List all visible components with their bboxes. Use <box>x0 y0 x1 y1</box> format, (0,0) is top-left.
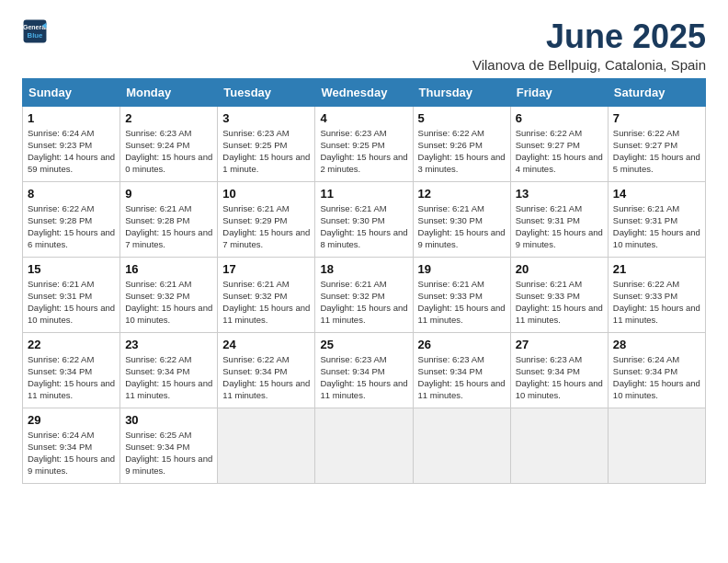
calendar-week-2: 8Sunrise: 6:22 AMSunset: 9:28 PMDaylight… <box>23 181 706 257</box>
day-number: 4 <box>320 111 407 125</box>
day-number: 21 <box>613 262 700 276</box>
day-number: 12 <box>418 187 506 201</box>
logo: General Blue <box>22 18 48 44</box>
day-number: 10 <box>222 187 310 201</box>
calendar-cell: 4Sunrise: 6:23 AMSunset: 9:25 PMDaylight… <box>315 106 413 181</box>
calendar-week-3: 15Sunrise: 6:21 AMSunset: 9:31 PMDayligh… <box>23 257 706 332</box>
day-info: Sunrise: 6:23 AMSunset: 9:24 PMDaylight:… <box>125 127 212 176</box>
day-info: Sunrise: 6:21 AMSunset: 9:28 PMDaylight:… <box>125 202 212 251</box>
day-number: 9 <box>125 187 212 201</box>
day-number: 18 <box>320 262 407 276</box>
calendar-cell <box>608 408 705 483</box>
day-info: Sunrise: 6:22 AMSunset: 9:27 PMDaylight:… <box>613 127 700 176</box>
calendar-cell: 13Sunrise: 6:21 AMSunset: 9:31 PMDayligh… <box>510 181 608 257</box>
day-info: Sunrise: 6:22 AMSunset: 9:34 PMDaylight:… <box>222 353 310 402</box>
page-header: General Blue June 2025 Vilanova de Bellp… <box>22 18 706 73</box>
day-number: 16 <box>125 262 212 276</box>
day-number: 11 <box>320 187 407 201</box>
day-number: 8 <box>28 187 115 201</box>
day-number: 14 <box>613 187 700 201</box>
day-number: 29 <box>28 413 115 427</box>
day-number: 23 <box>125 338 212 351</box>
calendar-cell: 1Sunrise: 6:24 AMSunset: 9:23 PMDaylight… <box>23 106 120 181</box>
calendar-cell: 12Sunrise: 6:21 AMSunset: 9:30 PMDayligh… <box>413 181 510 257</box>
calendar-cell: 17Sunrise: 6:21 AMSunset: 9:32 PMDayligh… <box>218 257 315 332</box>
day-info: Sunrise: 6:22 AMSunset: 9:26 PMDaylight:… <box>418 127 506 176</box>
day-info: Sunrise: 6:22 AMSunset: 9:33 PMDaylight:… <box>613 278 700 327</box>
calendar-cell: 21Sunrise: 6:22 AMSunset: 9:33 PMDayligh… <box>608 257 705 332</box>
calendar-cell: 20Sunrise: 6:21 AMSunset: 9:33 PMDayligh… <box>510 257 608 332</box>
day-number: 25 <box>320 338 407 351</box>
day-number: 3 <box>222 111 310 125</box>
calendar-week-5: 29Sunrise: 6:24 AMSunset: 9:34 PMDayligh… <box>23 408 706 483</box>
day-info: Sunrise: 6:22 AMSunset: 9:34 PMDaylight:… <box>28 353 115 402</box>
calendar-cell <box>218 408 315 483</box>
column-header-monday: Monday <box>120 78 218 106</box>
calendar-cell: 29Sunrise: 6:24 AMSunset: 9:34 PMDayligh… <box>23 408 120 483</box>
calendar-cell: 24Sunrise: 6:22 AMSunset: 9:34 PMDayligh… <box>218 332 315 408</box>
day-number: 27 <box>516 338 603 351</box>
calendar-cell <box>510 408 608 483</box>
day-number: 15 <box>28 262 115 276</box>
calendar-cell: 7Sunrise: 6:22 AMSunset: 9:27 PMDaylight… <box>608 106 705 181</box>
day-info: Sunrise: 6:21 AMSunset: 9:29 PMDaylight:… <box>222 202 310 251</box>
calendar-cell: 28Sunrise: 6:24 AMSunset: 9:34 PMDayligh… <box>608 332 705 408</box>
day-number: 19 <box>418 262 506 276</box>
column-header-tuesday: Tuesday <box>218 78 315 106</box>
calendar-cell: 3Sunrise: 6:23 AMSunset: 9:25 PMDaylight… <box>218 106 315 181</box>
column-header-thursday: Thursday <box>413 78 510 106</box>
day-number: 1 <box>28 111 115 125</box>
day-number: 22 <box>28 338 115 351</box>
day-info: Sunrise: 6:25 AMSunset: 9:34 PMDaylight:… <box>125 429 212 477</box>
calendar-week-4: 22Sunrise: 6:22 AMSunset: 9:34 PMDayligh… <box>23 332 706 408</box>
day-info: Sunrise: 6:23 AMSunset: 9:34 PMDaylight:… <box>320 353 407 402</box>
day-info: Sunrise: 6:23 AMSunset: 9:25 PMDaylight:… <box>320 127 407 176</box>
calendar-cell: 9Sunrise: 6:21 AMSunset: 9:28 PMDaylight… <box>120 181 218 257</box>
calendar-cell: 30Sunrise: 6:25 AMSunset: 9:34 PMDayligh… <box>120 408 218 483</box>
day-info: Sunrise: 6:21 AMSunset: 9:32 PMDaylight:… <box>222 278 310 327</box>
day-info: Sunrise: 6:22 AMSunset: 9:27 PMDaylight:… <box>516 127 603 176</box>
day-info: Sunrise: 6:21 AMSunset: 9:31 PMDaylight:… <box>28 278 115 327</box>
day-info: Sunrise: 6:21 AMSunset: 9:30 PMDaylight:… <box>320 202 407 251</box>
day-info: Sunrise: 6:21 AMSunset: 9:32 PMDaylight:… <box>320 278 407 327</box>
calendar-cell: 10Sunrise: 6:21 AMSunset: 9:29 PMDayligh… <box>218 181 315 257</box>
column-header-saturday: Saturday <box>608 78 705 106</box>
calendar-cell: 5Sunrise: 6:22 AMSunset: 9:26 PMDaylight… <box>413 106 510 181</box>
calendar-cell: 6Sunrise: 6:22 AMSunset: 9:27 PMDaylight… <box>510 106 608 181</box>
calendar-cell: 11Sunrise: 6:21 AMSunset: 9:30 PMDayligh… <box>315 181 413 257</box>
day-info: Sunrise: 6:24 AMSunset: 9:34 PMDaylight:… <box>613 353 700 402</box>
calendar-header-row: SundayMondayTuesdayWednesdayThursdayFrid… <box>23 78 706 106</box>
day-info: Sunrise: 6:24 AMSunset: 9:34 PMDaylight:… <box>28 429 115 477</box>
day-info: Sunrise: 6:22 AMSunset: 9:28 PMDaylight:… <box>28 202 115 251</box>
day-number: 7 <box>613 111 700 125</box>
calendar-cell: 18Sunrise: 6:21 AMSunset: 9:32 PMDayligh… <box>315 257 413 332</box>
calendar-cell <box>315 408 413 483</box>
day-info: Sunrise: 6:21 AMSunset: 9:31 PMDaylight:… <box>516 202 603 251</box>
calendar-cell: 25Sunrise: 6:23 AMSunset: 9:34 PMDayligh… <box>315 332 413 408</box>
calendar-cell: 27Sunrise: 6:23 AMSunset: 9:34 PMDayligh… <box>510 332 608 408</box>
day-number: 5 <box>418 111 506 125</box>
day-number: 24 <box>222 338 310 351</box>
calendar-week-1: 1Sunrise: 6:24 AMSunset: 9:23 PMDaylight… <box>23 106 706 181</box>
column-header-wednesday: Wednesday <box>315 78 413 106</box>
day-info: Sunrise: 6:21 AMSunset: 9:30 PMDaylight:… <box>418 202 506 251</box>
svg-text:Blue: Blue <box>28 31 44 40</box>
calendar-cell: 15Sunrise: 6:21 AMSunset: 9:31 PMDayligh… <box>23 257 120 332</box>
calendar-cell <box>413 408 510 483</box>
calendar-body: 1Sunrise: 6:24 AMSunset: 9:23 PMDaylight… <box>23 106 706 483</box>
calendar-cell: 16Sunrise: 6:21 AMSunset: 9:32 PMDayligh… <box>120 257 218 332</box>
day-info: Sunrise: 6:21 AMSunset: 9:31 PMDaylight:… <box>613 202 700 251</box>
calendar-cell: 2Sunrise: 6:23 AMSunset: 9:24 PMDaylight… <box>120 106 218 181</box>
location-title: Vilanova de Bellpuig, Catalonia, Spain <box>472 57 706 73</box>
day-number: 20 <box>516 262 603 276</box>
day-number: 6 <box>516 111 603 125</box>
day-number: 26 <box>418 338 506 351</box>
column-header-friday: Friday <box>510 78 608 106</box>
calendar-cell: 19Sunrise: 6:21 AMSunset: 9:33 PMDayligh… <box>413 257 510 332</box>
day-number: 30 <box>125 413 212 427</box>
day-info: Sunrise: 6:21 AMSunset: 9:32 PMDaylight:… <box>125 278 212 327</box>
day-info: Sunrise: 6:23 AMSunset: 9:25 PMDaylight:… <box>222 127 310 176</box>
calendar-cell: 14Sunrise: 6:21 AMSunset: 9:31 PMDayligh… <box>608 181 705 257</box>
day-info: Sunrise: 6:21 AMSunset: 9:33 PMDaylight:… <box>516 278 603 327</box>
day-info: Sunrise: 6:21 AMSunset: 9:33 PMDaylight:… <box>418 278 506 327</box>
